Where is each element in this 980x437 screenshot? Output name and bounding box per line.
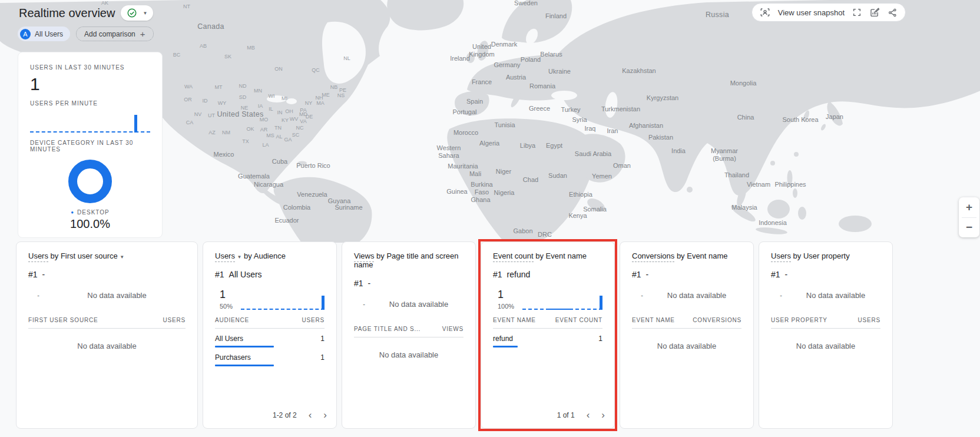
top-item-label: - <box>785 270 788 279</box>
table-row: Purchasers 1 <box>215 347 325 366</box>
add-comparison-label: Add comparison <box>84 30 135 38</box>
rank-label: #1 <box>632 270 641 279</box>
card-metric[interactable]: Users <box>771 251 791 262</box>
column-header-right: USERS <box>163 317 186 323</box>
device-legend-value: 100.0% <box>30 217 150 231</box>
all-users-chip[interactable]: A All Users <box>18 27 70 41</box>
all-users-chip-label: All Users <box>35 30 63 38</box>
column-header-left: PAGE TITLE AND S... <box>354 326 421 332</box>
card-dimension-dropdown[interactable]: Users ▼ by Audience <box>215 251 325 260</box>
row-value-bar <box>215 365 274 366</box>
top-item-percent: 100% <box>498 303 514 310</box>
no-data-text: No data available <box>791 291 880 300</box>
pagination-prev-button[interactable]: ‹ <box>587 410 590 420</box>
fullscreen-icon <box>852 8 862 17</box>
users-per-minute-chart <box>30 107 150 133</box>
no-data-text: No data available <box>354 337 463 359</box>
card-dimension-dropdown[interactable]: Users by First user source ▼ <box>28 251 186 260</box>
card-sparkline <box>241 287 325 310</box>
column-header-left: EVENT NAME <box>632 317 675 323</box>
column-header-left: EVENT NAME <box>493 317 536 323</box>
card-title-rest: by Event name <box>534 251 587 260</box>
chevron-down-icon: ▼ <box>237 254 242 260</box>
fullscreen-button[interactable] <box>852 8 862 17</box>
placeholder-dash: - <box>354 300 374 307</box>
map-zoom-out-button[interactable]: − <box>959 218 979 238</box>
top-item-value: 1 <box>498 289 514 301</box>
top-item-label: refund <box>507 270 531 279</box>
sparkline-baseline <box>30 131 150 133</box>
top-item-label: - <box>368 279 371 288</box>
map-zoom-in-button[interactable]: + <box>959 197 979 217</box>
card-title-rest: by User property <box>791 251 850 260</box>
customize-report-button[interactable] <box>869 7 880 18</box>
realtime-summary-card: USERS IN LAST 30 MINUTES 1 USERS PER MIN… <box>18 52 163 238</box>
sparkline-bar <box>600 296 602 310</box>
row-value: 1 <box>320 353 325 362</box>
column-header-right: EVENT COUNT <box>555 317 602 323</box>
page-title: Realtime overview <box>19 6 115 20</box>
top-item-label: - <box>646 270 649 279</box>
rank-label: #1 <box>493 270 502 279</box>
rank-label: #1 <box>215 270 224 279</box>
no-data-text: No data available <box>28 329 186 350</box>
users-30min-label: USERS IN LAST 30 MINUTES <box>30 64 150 71</box>
row-value: 1 <box>598 335 602 343</box>
pagination-prev-button[interactable]: ‹ <box>309 410 312 420</box>
row-value: 1 <box>320 335 325 343</box>
placeholder-dash: - <box>771 292 791 299</box>
card-metric[interactable]: Users <box>215 251 235 262</box>
sparkline-bar <box>134 115 137 133</box>
column-header-right: CONVERSIONS <box>693 317 741 323</box>
pagination-label: 1 of 1 <box>557 411 575 419</box>
card-metric[interactable]: Conversions <box>632 251 674 262</box>
device-donut-chart <box>68 160 112 203</box>
edit-chart-icon <box>869 7 880 18</box>
card-dimension-dropdown[interactable]: Event count by Event name <box>493 251 602 260</box>
rank-label: #1 <box>771 270 780 279</box>
sparkline-bar <box>322 296 325 310</box>
card-event-count-by-event-name: Event count by Event name #1refund 1 100… <box>481 241 615 429</box>
no-data-text: No data available <box>632 329 741 350</box>
card-users-by-first-user-source: Users by First user source ▼ #1- - No da… <box>16 241 198 429</box>
top-item-percent: 50% <box>220 303 233 310</box>
card-dimension-dropdown[interactable]: Users by User property <box>771 251 880 260</box>
view-user-snapshot-label[interactable]: View user snapshot <box>778 8 845 17</box>
pagination-next-button[interactable]: › <box>601 410 605 420</box>
sparkline-baseline <box>241 309 325 310</box>
users-per-minute-label: USERS PER MINUTE <box>30 100 150 107</box>
column-header-right: VIEWS <box>442 326 463 332</box>
chevron-down-icon: ▼ <box>143 11 147 16</box>
sparkline-solid-segment <box>549 309 573 310</box>
no-data-text: No data available <box>652 291 741 300</box>
card-metric[interactable]: Users <box>28 251 48 262</box>
pagination-label: 1-2 of 2 <box>273 411 297 419</box>
card-title-rest: by Event name <box>674 251 727 260</box>
pagination-next-button[interactable]: › <box>323 410 327 420</box>
card-dimension-dropdown[interactable]: Conversions by Event name <box>632 251 741 260</box>
device-category-label: DEVICE CATEGORY IN LAST 30 MINUTES <box>30 140 150 153</box>
column-header-right: USERS <box>302 317 325 323</box>
share-button[interactable] <box>888 8 898 18</box>
map-zoom-control: + − <box>959 197 979 237</box>
card-conversions-by-event-name: Conversions by Event name #1- - No data … <box>620 241 754 429</box>
column-header-left: USER PROPERTY <box>771 317 827 323</box>
card-dimension-dropdown[interactable]: Views by Page title and screen name <box>354 251 463 269</box>
view-user-snapshot-button[interactable] <box>760 7 770 18</box>
column-header-right: USERS <box>858 317 880 323</box>
card-metric[interactable]: Event count <box>493 251 534 262</box>
plus-icon: + <box>140 29 145 39</box>
realtime-cards-row: Users by First user source ▼ #1- - No da… <box>16 241 893 429</box>
no-data-text: No data available <box>48 291 186 300</box>
chevron-down-icon: ▼ <box>120 254 124 260</box>
avatar: A <box>20 29 31 39</box>
row-value-bar <box>493 346 518 347</box>
column-header-left: AUDIENCE <box>215 317 249 323</box>
table-row: refund 1 <box>493 329 602 347</box>
placeholder-dash: - <box>632 292 652 299</box>
table-row: All Users 1 <box>215 329 325 347</box>
top-item-label: All Users <box>229 270 262 279</box>
add-comparison-button[interactable]: Add comparison + <box>76 27 153 41</box>
share-icon <box>888 8 898 18</box>
report-status-dropdown[interactable]: ▼ <box>121 5 153 21</box>
